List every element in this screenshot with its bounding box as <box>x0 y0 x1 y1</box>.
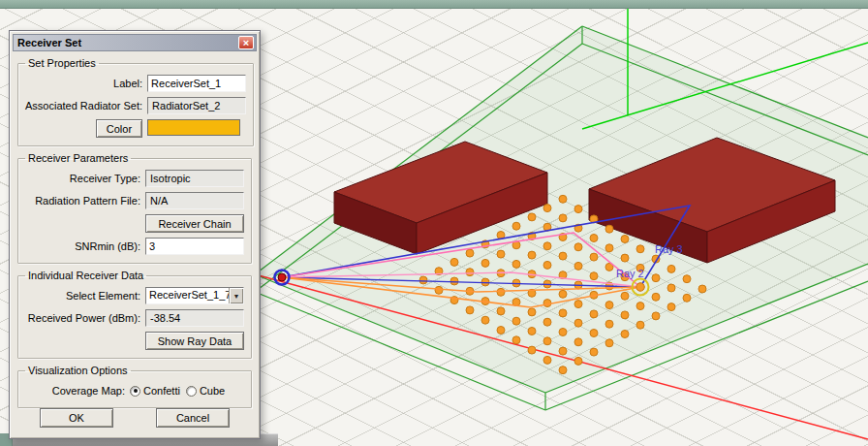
chevron-down-icon[interactable]: ▼ <box>229 288 243 303</box>
receiver-confetti-dot[interactable] <box>512 336 520 344</box>
receiver-confetti-dot[interactable] <box>590 310 598 318</box>
receiver-confetti-dot[interactable] <box>497 288 505 296</box>
receiver-confetti-dot[interactable] <box>621 236 629 243</box>
receiver-confetti-dot[interactable] <box>590 348 598 356</box>
group-set-properties: Set Properties Label: Associated Radiato… <box>17 57 254 146</box>
receiver-type-label: Receiver Type: <box>25 173 145 184</box>
color-button[interactable]: Color <box>96 119 142 138</box>
receiver-confetti-dot[interactable] <box>481 316 489 324</box>
receiver-confetti-dot[interactable] <box>605 302 613 309</box>
radiator-set-value: RadiatorSet_2 <box>147 97 246 114</box>
receiver-confetti-dot[interactable] <box>512 260 520 268</box>
receiver-confetti-dot[interactable] <box>667 284 675 292</box>
coverage-map-radio-confetti[interactable]: Confetti <box>130 385 180 397</box>
receiver-confetti-dot[interactable] <box>574 301 582 308</box>
coverage-map-radio-cube[interactable]: Cube <box>186 385 225 397</box>
receiver-confetti-dot[interactable] <box>559 214 567 222</box>
receiver-confetti-dot[interactable] <box>559 309 567 317</box>
receiver-confetti-dot[interactable] <box>574 338 582 346</box>
receiver-confetti-dot[interactable] <box>574 243 582 251</box>
receiver-confetti-dot[interactable] <box>683 294 691 302</box>
group-receiver-parameters: Receiver Parameters Receiver Type: Isotr… <box>17 152 252 264</box>
receiver-confetti-dot[interactable] <box>543 205 551 212</box>
receiver-confetti-dot[interactable] <box>590 330 598 337</box>
receiver-confetti-dot[interactable] <box>466 249 474 257</box>
receiver-confetti-dot[interactable] <box>512 222 520 230</box>
receiver-confetti-dot[interactable] <box>652 274 660 282</box>
receiver-confetti-dot[interactable] <box>497 327 505 334</box>
ok-button[interactable]: OK <box>40 408 113 428</box>
receiver-confetti-dot[interactable] <box>621 254 629 262</box>
receiver-confetti-dot[interactable] <box>512 317 520 325</box>
receiver-confetti-dot[interactable] <box>621 292 629 300</box>
group-individual-receiver-data-legend: Individual Receiver Data <box>25 270 146 281</box>
pattern-file-label: Radiation Pattern File: <box>25 195 145 207</box>
receiver-confetti-dot[interactable] <box>528 213 536 221</box>
snrmin-input[interactable] <box>145 238 244 255</box>
receiver-confetti-dot[interactable] <box>559 347 567 355</box>
receiver-confetti-dot[interactable] <box>590 235 598 242</box>
coverage-map-radio-group: ConfettiCube <box>130 385 244 397</box>
cancel-button[interactable]: Cancel <box>156 408 230 428</box>
snrmin-label: SNRmin (dB): <box>25 240 145 252</box>
receiver-confetti-dot[interactable] <box>636 303 644 310</box>
receiver-confetti-dot[interactable] <box>481 259 489 267</box>
receiver-confetti-dot[interactable] <box>590 253 598 261</box>
radio-icon[interactable] <box>186 386 197 397</box>
receiver-confetti-dot[interactable] <box>605 320 613 328</box>
receiver-confetti-dot[interactable] <box>450 258 458 266</box>
dialog-titlebar[interactable]: Receiver Set × <box>13 34 257 51</box>
receiver-confetti-dot[interactable] <box>559 329 567 336</box>
receiver-confetti-dot[interactable] <box>652 312 660 320</box>
receiver-confetti-dot[interactable] <box>559 195 567 203</box>
receiver-confetti-dot[interactable] <box>559 366 567 374</box>
received-power-label: Received Power (dBm): <box>25 312 145 324</box>
receiver-confetti-dot[interactable] <box>543 318 551 326</box>
receiver-confetti-dot[interactable] <box>590 272 598 280</box>
receiver-confetti-dot[interactable] <box>605 244 613 252</box>
transmitter-dot[interactable] <box>278 273 286 281</box>
receiver-confetti-dot[interactable] <box>574 262 582 270</box>
receiver-confetti-dot[interactable] <box>435 286 443 294</box>
receiver-confetti-dot[interactable] <box>652 293 660 301</box>
label-input[interactable] <box>147 75 246 92</box>
receiver-confetti-dot[interactable] <box>419 276 427 284</box>
receiver-confetti-dot[interactable] <box>559 290 567 298</box>
receiver-confetti-dot[interactable] <box>528 328 536 335</box>
receiver-chain-button[interactable]: Receiver Chain <box>145 214 244 233</box>
receiver-confetti-dot[interactable] <box>543 261 551 269</box>
receiver-confetti-dot[interactable] <box>605 339 613 347</box>
show-ray-data-button[interactable]: Show Ray Data <box>145 332 244 350</box>
receiver-confetti-dot[interactable] <box>574 357 582 365</box>
receiver-confetti-dot[interactable] <box>528 346 536 354</box>
receiver-confetti-dot[interactable] <box>574 206 582 213</box>
receiver-confetti-dot[interactable] <box>450 277 458 285</box>
receiver-confetti-dot[interactable] <box>636 245 644 253</box>
receiver-confetti-dot[interactable] <box>528 251 536 259</box>
close-icon[interactable]: × <box>238 36 254 49</box>
coverage-map-label: Coverage Map: <box>25 385 130 397</box>
label-field-label: Label: <box>25 78 147 89</box>
receiver-confetti-dot[interactable] <box>621 311 629 319</box>
receiver-confetti-dot[interactable] <box>574 319 582 327</box>
receiver-confetti-dot[interactable] <box>543 337 551 345</box>
receiver-confetti-dot[interactable] <box>636 321 644 329</box>
select-element-dropdown[interactable]: ReceiverSet_1_79 ▼ <box>145 287 244 304</box>
receiver-confetti-dot[interactable] <box>497 307 505 315</box>
receiver-confetti-dot[interactable] <box>543 356 551 364</box>
receiver-type-value: Isotropic <box>145 170 244 187</box>
receiver-confetti-dot[interactable] <box>667 303 675 311</box>
selected-receiver-dot[interactable] <box>636 283 644 291</box>
receiver-confetti-dot[interactable] <box>466 306 474 314</box>
receiver-confetti-dot[interactable] <box>605 225 613 233</box>
receiver-confetti-dot[interactable] <box>559 252 567 260</box>
receiver-confetti-dot[interactable] <box>466 269 474 276</box>
receiver-confetti-dot[interactable] <box>683 275 691 283</box>
radio-icon[interactable] <box>130 386 140 397</box>
receiver-confetti-dot[interactable] <box>621 331 629 338</box>
receiver-confetti-dot[interactable] <box>497 250 505 258</box>
receiver-confetti-dot[interactable] <box>698 285 706 293</box>
receiver-confetti-dot[interactable] <box>667 265 675 272</box>
receiver-confetti-dot[interactable] <box>528 308 536 316</box>
receiver-confetti-dot[interactable] <box>543 242 551 250</box>
